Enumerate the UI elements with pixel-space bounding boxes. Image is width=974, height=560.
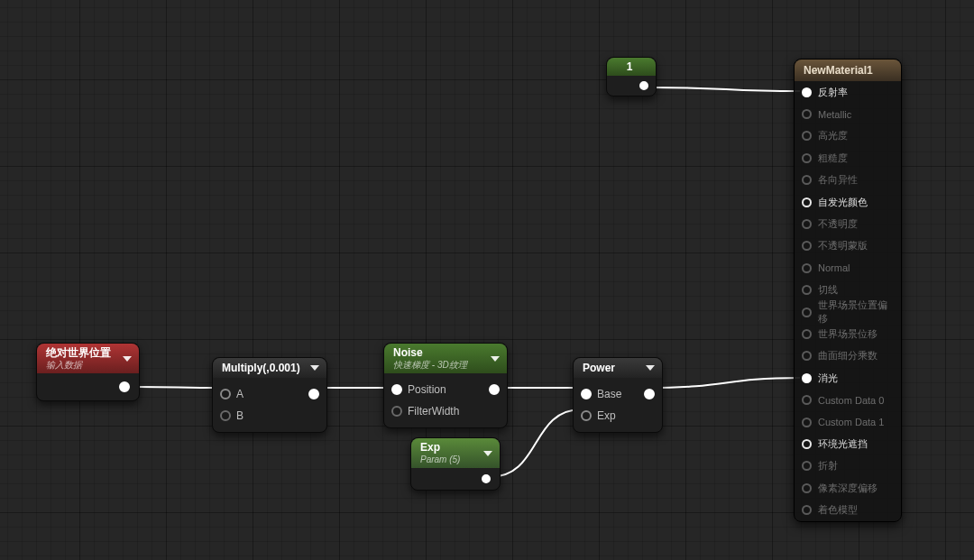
material-pin-row[interactable]: 粗糙度 [795, 147, 901, 169]
material-header[interactable]: NewMaterial1 [795, 60, 901, 81]
material-pin-row[interactable]: Normal [795, 257, 901, 279]
material-input-pin[interactable] [802, 87, 812, 97]
pin-label: Base [597, 388, 621, 400]
material-pin-label: 自发光颜色 [818, 196, 868, 209]
pin-row-base: Base [581, 383, 655, 405]
material-pin-row[interactable]: 高光度 [795, 125, 901, 147]
node-header[interactable]: 绝对世界位置 输入数据 [37, 344, 139, 373]
input-pin-b[interactable] [220, 410, 231, 421]
material-pin-row[interactable]: 反射率 [795, 81, 901, 103]
pin-label: A [236, 388, 244, 400]
material-pin-row[interactable]: 不透明蒙版 [795, 235, 901, 257]
material-input-pin[interactable] [802, 373, 812, 383]
node-multiply[interactable]: Multiply(,0.001) A B [212, 357, 327, 433]
node-header[interactable]: Power [574, 358, 662, 378]
material-input-pin[interactable] [802, 461, 812, 471]
material-input-pin[interactable] [802, 418, 812, 427]
node-power[interactable]: Power Base Exp [573, 357, 663, 433]
material-input-pin[interactable] [802, 197, 812, 207]
material-pin-row[interactable]: 折射 [795, 455, 901, 477]
material-pin-label: 切线 [818, 283, 838, 297]
chevron-down-icon[interactable] [491, 356, 500, 362]
material-input-pin[interactable] [802, 219, 812, 229]
output-pin[interactable] [482, 474, 491, 483]
output-pin[interactable] [308, 389, 319, 399]
material-input-pin[interactable] [802, 109, 812, 119]
node-title: Exp [420, 442, 460, 454]
node-output-row [411, 468, 500, 490]
node-noise[interactable]: Noise 快速梯度 - 3D纹理 Position FilterWidth [383, 343, 508, 428]
material-input-pin[interactable] [802, 505, 812, 515]
node-absolute-world-position[interactable]: 绝对世界位置 输入数据 [36, 343, 140, 401]
material-pin-row[interactable]: 消光 [795, 367, 901, 389]
material-input-pin[interactable] [802, 329, 812, 339]
chevron-down-icon[interactable] [310, 365, 319, 371]
material-pin-label: 世界场景位移 [818, 327, 878, 341]
node-header[interactable]: 1 [607, 58, 656, 76]
output-pin[interactable] [644, 389, 655, 399]
input-pin-exp[interactable] [581, 410, 592, 421]
pin-label: Exp [597, 409, 616, 422]
material-pin-label: 折射 [818, 459, 838, 473]
material-pin-row[interactable]: 像素深度偏移 [795, 477, 901, 499]
material-pin-label: 高光度 [818, 129, 848, 142]
chevron-down-icon[interactable] [123, 356, 132, 362]
input-pin-filterwidth[interactable] [391, 406, 402, 417]
material-pin-row[interactable]: 着色模型 [795, 499, 901, 520]
material-pin-row[interactable]: 世界场景位移 [795, 323, 901, 344]
pin-row-a: A [220, 383, 319, 405]
node-header[interactable]: Exp Param (5) [411, 438, 500, 468]
material-pin-label: 不透明度 [818, 217, 858, 231]
material-pin-row[interactable]: 各向异性 [795, 170, 901, 191]
material-pin-row[interactable]: Custom Data 1 [795, 411, 901, 433]
material-input-pin[interactable] [802, 483, 812, 493]
material-input-pin[interactable] [802, 395, 812, 405]
material-title: NewMaterial1 [804, 64, 873, 77]
node-title: Power [583, 362, 615, 374]
output-pin[interactable] [489, 384, 500, 395]
material-pin-label: 环境光遮挡 [818, 437, 868, 451]
input-pin-base[interactable] [581, 389, 592, 399]
chevron-down-icon[interactable] [646, 365, 655, 371]
material-input-pin[interactable] [802, 241, 812, 251]
material-pin-label: 像素深度偏移 [818, 482, 878, 495]
node-header[interactable]: Multiply(,0.001) [213, 358, 326, 378]
material-input-pin[interactable] [802, 153, 812, 163]
material-input-pin[interactable] [802, 263, 812, 273]
material-pin-label: 着色模型 [818, 503, 858, 517]
chevron-down-icon[interactable] [483, 451, 492, 456]
material-pin-row[interactable]: Metallic [795, 103, 901, 124]
material-input-pin[interactable] [802, 131, 812, 141]
pin-row-position: Position [391, 379, 500, 400]
output-pin[interactable] [119, 381, 130, 392]
material-pin-label: 世界场景位置偏移 [818, 298, 894, 326]
material-input-pin[interactable] [802, 285, 812, 295]
node-exp-param[interactable]: Exp Param (5) [410, 437, 501, 491]
material-input-pin[interactable] [802, 308, 812, 317]
pin-label: FilterWidth [408, 405, 459, 418]
material-pin-row[interactable]: 自发光颜色 [795, 191, 901, 213]
material-input-pin[interactable] [802, 439, 812, 449]
node-subtitle: 输入数据 [46, 360, 111, 371]
material-pin-row[interactable]: 曲面细分乘数 [795, 345, 901, 367]
material-pin-row[interactable]: 世界场景位置偏移 [795, 301, 901, 323]
material-pin-label: 不透明蒙版 [818, 239, 868, 252]
material-pin-label: 曲面细分乘数 [818, 349, 878, 363]
pin-label: B [236, 409, 244, 422]
material-pin-row[interactable]: 不透明度 [795, 213, 901, 234]
material-pin-label: Metallic [818, 109, 851, 120]
material-pin-row[interactable]: 环境光遮挡 [795, 433, 901, 454]
input-pin-position[interactable] [391, 384, 402, 395]
material-pin-row[interactable]: Custom Data 0 [795, 389, 901, 410]
material-input-pin[interactable] [802, 351, 812, 361]
node-constant-1[interactable]: 1 [606, 57, 657, 96]
material-pin-label: 消光 [818, 372, 838, 385]
node-title: Noise [393, 347, 467, 360]
node-title: Multiply(,0.001) [222, 362, 300, 374]
material-input-pin[interactable] [802, 175, 812, 185]
material-output-node[interactable]: NewMaterial1 反射率Metallic高光度粗糙度各向异性自发光颜色不… [794, 59, 902, 522]
input-pin-a[interactable] [220, 389, 231, 399]
node-header[interactable]: Noise 快速梯度 - 3D纹理 [384, 344, 507, 373]
output-pin[interactable] [639, 81, 648, 90]
node-output-row [37, 373, 139, 400]
